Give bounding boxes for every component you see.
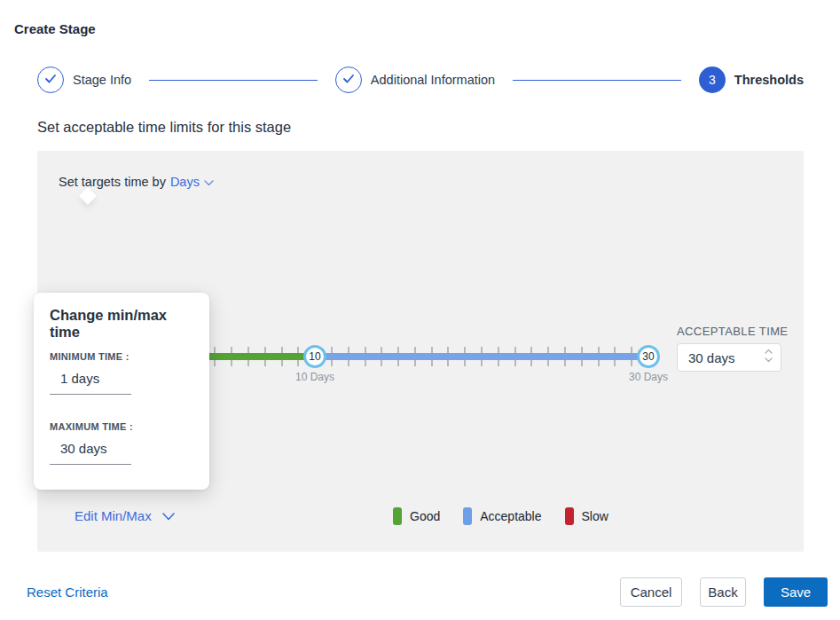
slider-caption-max: 30 Days — [613, 371, 684, 383]
acceptable-time-input[interactable] — [678, 344, 750, 371]
acceptable-time-label: ACCEPTABLE TIME — [677, 325, 788, 338]
step-complete-circle — [37, 67, 64, 93]
change-minmax-popover: Change min/max time MINIMUM TIME : MAXIM… — [34, 293, 209, 490]
edit-minmax-label: Edit Min/Max — [75, 508, 152, 523]
step-label: Stage Info — [73, 73, 131, 87]
chevron-down-icon — [162, 508, 175, 523]
step-complete-circle — [335, 67, 362, 93]
legend-swatch — [393, 507, 402, 525]
wizard-stepper: Stage Info Additional Information 3 Thre… — [37, 66, 804, 94]
step-stage-info[interactable]: Stage Info — [37, 67, 131, 93]
footer-buttons: Cancel Back Save — [620, 577, 828, 607]
chevron-down-icon — [204, 175, 214, 189]
maximum-time-label: MAXIMUM TIME : — [50, 421, 193, 432]
section-heading: Set acceptable time limits for this stag… — [37, 119, 291, 136]
slider-handle-max[interactable]: 30 — [637, 345, 660, 368]
page-title: Create Stage — [14, 21, 96, 36]
check-icon — [342, 72, 355, 88]
popover-title: Change min/max time — [50, 307, 193, 341]
acceptable-time-field — [677, 343, 781, 372]
legend-label: Slow — [582, 509, 608, 523]
step-number-circle: 3 — [699, 67, 726, 93]
step-label: Additional Information — [371, 73, 495, 87]
step-connector — [513, 80, 681, 81]
slider-track — [165, 353, 652, 360]
legend-label: Good — [410, 509, 440, 523]
slider-handle-min[interactable]: 10 — [303, 345, 326, 368]
legend-item-acceptable: Acceptable — [463, 507, 541, 525]
check-icon — [44, 72, 57, 88]
minimum-time-input[interactable] — [50, 364, 131, 395]
maximum-time-input[interactable] — [50, 434, 131, 465]
days-dropdown-value: Days — [170, 175, 200, 189]
spinner-down-icon[interactable] — [765, 357, 773, 363]
acceptable-time-spinner — [765, 349, 773, 363]
step-connector — [149, 80, 318, 81]
slider-legend: Good Acceptable Slow — [393, 507, 608, 525]
target-time-row: Set targets time by Days — [59, 175, 214, 189]
back-button[interactable]: Back — [700, 577, 746, 607]
legend-swatch — [565, 507, 574, 525]
save-button[interactable]: Save — [764, 577, 828, 607]
cancel-button[interactable]: Cancel — [620, 577, 682, 607]
edit-minmax-button[interactable]: Edit Min/Max — [75, 508, 175, 523]
target-time-prefix: Set targets time by — [59, 175, 166, 189]
step-thresholds[interactable]: 3 Thresholds — [699, 67, 804, 93]
legend-item-good: Good — [393, 507, 440, 525]
spinner-up-icon[interactable] — [765, 349, 773, 354]
step-label: Thresholds — [734, 73, 804, 87]
legend-item-slow: Slow — [565, 507, 608, 525]
days-dropdown[interactable]: Days — [170, 175, 214, 189]
reset-criteria-link[interactable]: Reset Criteria — [27, 585, 108, 600]
legend-label: Acceptable — [480, 509, 541, 523]
step-additional-information[interactable]: Additional Information — [335, 67, 495, 93]
slider-caption-min: 10 Days — [279, 371, 350, 383]
legend-swatch — [463, 507, 472, 525]
minimum-time-label: MINIMUM TIME : — [50, 351, 193, 362]
